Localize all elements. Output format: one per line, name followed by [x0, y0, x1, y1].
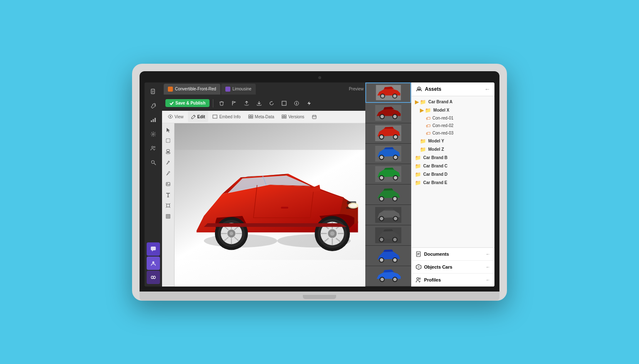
tree-item-model-x[interactable]: ▶ 📁 Model X: [412, 106, 494, 115]
sub-tab-edit[interactable]: Edit: [188, 111, 209, 122]
assets-back-button[interactable]: ←: [484, 86, 490, 92]
thumb-item-8[interactable]: [365, 225, 411, 246]
tree-item-con-red-01[interactable]: 🏷 Con-red-01: [412, 115, 494, 122]
objects-label: Objects Cars: [424, 264, 452, 269]
sidebar-icon-charts[interactable]: [147, 113, 160, 127]
svg-point-19: [170, 116, 171, 117]
toolbar-btn-refresh[interactable]: [267, 98, 277, 108]
sidebar-icon-settings[interactable]: [147, 127, 160, 141]
save-publish-label: Save & Publish: [175, 101, 205, 105]
folder-icon-brand-e: 📁: [415, 180, 421, 186]
svg-point-150: [417, 277, 419, 279]
thumb-item-3[interactable]: [365, 123, 411, 144]
svg-point-55: [349, 204, 357, 207]
svg-rect-34: [166, 139, 170, 142]
sidebar-icon-user-purple[interactable]: [147, 257, 160, 270]
tree-item-model-z[interactable]: 📁 Model Z: [412, 145, 494, 154]
svg-rect-25: [251, 117, 253, 118]
thumb-item-2[interactable]: [365, 103, 411, 123]
tool-image[interactable]: [163, 179, 173, 189]
toolbar-btn-upload[interactable]: [242, 98, 252, 108]
sub-tab-view-label: View: [175, 115, 184, 119]
svg-point-136: [380, 258, 383, 262]
sub-tab-schedule[interactable]: [309, 111, 320, 122]
tab-label-convertible: Convertible-Front-Red: [175, 87, 216, 91]
toolbar-btn-rect[interactable]: [279, 98, 289, 108]
tool-pencil[interactable]: [163, 168, 173, 178]
documents-label: Documents: [424, 252, 449, 257]
tool-text[interactable]: [163, 190, 173, 200]
assets-bottom: Documents ← Objects Cars ←: [412, 247, 494, 287]
tree-item-brand-c[interactable]: 📁 Car Brand C: [412, 162, 494, 170]
tool-grid[interactable]: [163, 212, 173, 222]
toolbar-btn-flag[interactable]: [229, 98, 239, 108]
sidebar-icon-tools[interactable]: [147, 99, 160, 112]
sidebar-icon-chat[interactable]: [147, 242, 160, 256]
thumb-item-6[interactable]: [365, 184, 411, 205]
folder-icon-brand-c: 📁: [415, 163, 421, 169]
tree-item-con-red-03[interactable]: 🏷 Con-red-03: [412, 130, 494, 137]
toolbar-btn-info[interactable]: [292, 98, 302, 108]
tree-item-brand-a[interactable]: ▶ 📁 Car Brand A: [412, 98, 494, 106]
svg-point-111: [380, 156, 383, 159]
assets-bottom-documents[interactable]: Documents ←: [412, 248, 494, 261]
sub-tab-view[interactable]: View: [165, 111, 187, 122]
sidebar-icon-users[interactable]: [147, 142, 160, 155]
thumb-item-4[interactable]: [365, 144, 411, 164]
svg-point-103: [393, 115, 397, 118]
sidebar-icon-search[interactable]: [147, 156, 160, 169]
sub-tab-metadata-label: Meta-Data: [255, 115, 275, 119]
sidebar-icon-infinity[interactable]: [147, 271, 160, 284]
save-publish-button[interactable]: Save & Publish: [165, 99, 210, 107]
svg-rect-35: [167, 150, 170, 152]
svg-point-96: [381, 95, 384, 98]
tree-item-brand-d[interactable]: 📁 Car Brand D: [412, 170, 494, 179]
thumb-item-5[interactable]: [365, 164, 411, 184]
tree-item-model-y[interactable]: 📁 Model Y: [412, 137, 494, 145]
toolbar-btn-trash[interactable]: [217, 98, 227, 108]
svg-point-81: [230, 232, 233, 235]
svg-point-123: [393, 197, 397, 200]
thumbnail-panel: [365, 82, 411, 287]
tree-item-brand-b[interactable]: 📁 Car Brand B: [412, 154, 494, 162]
tree-label-brand-a: Car Brand A: [428, 100, 452, 104]
sub-tab-metadata[interactable]: Meta-Data: [245, 111, 278, 122]
svg-point-7: [152, 133, 154, 135]
profiles-arrow: ←: [486, 277, 490, 282]
tool-transform[interactable]: [163, 201, 173, 211]
tool-select[interactable]: [163, 125, 173, 135]
objects-icon: [416, 264, 422, 270]
thumb-item-9[interactable]: [365, 246, 411, 266]
sidebar-icon-document[interactable]: [147, 85, 160, 98]
tool-pen[interactable]: [163, 157, 173, 167]
assets-bottom-profiles[interactable]: Profiles ←: [412, 274, 494, 287]
svg-point-118: [394, 176, 397, 180]
toolbar: Save & Publish: [162, 96, 365, 111]
svg-point-121: [380, 197, 383, 200]
svg-rect-26: [282, 115, 284, 117]
svg-point-98: [393, 95, 396, 98]
svg-point-113: [394, 156, 397, 159]
tree-item-brand-e[interactable]: 📁 Car Brand E: [412, 179, 494, 187]
assets-icon: [416, 86, 422, 92]
toolbar-btn-bolt[interactable]: [304, 98, 314, 108]
svg-point-9: [154, 146, 155, 147]
thumb-item-7[interactable]: [365, 205, 411, 225]
svg-rect-24: [249, 117, 250, 118]
thumb-item-1[interactable]: [365, 82, 411, 103]
svg-point-151: [419, 278, 421, 279]
sub-tab-versions[interactable]: Versions: [278, 111, 307, 122]
svg-point-145: [419, 88, 420, 89]
tool-stamp[interactable]: [163, 147, 173, 157]
tree-item-con-red-02[interactable]: 🏷 Con-red-02: [412, 122, 494, 130]
tool-marquee[interactable]: [163, 136, 173, 146]
tab-convertible[interactable]: Convertible-Front-Red: [164, 84, 220, 95]
svg-point-116: [380, 176, 383, 180]
thumb-item-10[interactable]: [365, 266, 411, 287]
assets-bottom-objects[interactable]: Objects Cars ←: [412, 261, 494, 274]
svg-point-138: [393, 258, 397, 262]
toolbar-btn-download[interactable]: [254, 98, 264, 108]
sub-tab-embed[interactable]: Embed Info: [209, 111, 244, 122]
tab-limousine[interactable]: Limousine: [221, 84, 256, 95]
tree-label-model-y: Model Y: [428, 139, 444, 143]
